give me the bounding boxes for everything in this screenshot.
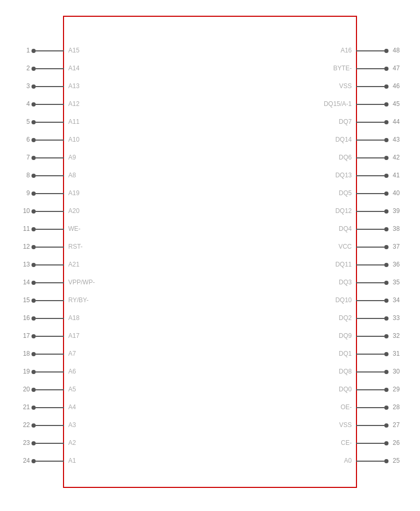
pin-number-left-21: 21 [14,403,30,411]
pin-number-right-42: 42 [393,154,408,161]
pin-label-right-31: DQ1 [339,350,352,357]
pin-left-8: 8A8 [64,171,356,181]
pin-line-right-44 [356,122,384,123]
pin-label-right-29: DQ0 [339,386,352,393]
pin-line-left-18 [36,354,64,355]
pin-line-left-19 [36,371,64,372]
pin-label-right-30: DQ8 [339,368,352,375]
pin-line-left-10 [36,211,64,212]
pin-dot-right-45 [384,102,388,107]
pin-number-right-44: 44 [393,118,408,125]
pin-number-right-28: 28 [393,403,408,411]
pin-label-left-18: A7 [68,350,76,357]
pin-line-left-4 [36,104,64,105]
pin-line-left-21 [36,407,64,408]
pin-dot-left-21 [32,406,36,410]
pin-number-left-19: 19 [14,368,30,375]
pin-left-17: 17A17 [64,331,356,342]
pin-dot-left-23 [32,441,36,445]
pin-line-right-27 [356,425,384,426]
pin-dot-right-48 [384,49,388,53]
pin-dot-right-34 [384,299,388,303]
pin-left-6: 6A10 [64,135,356,145]
pin-line-right-33 [356,318,384,319]
pin-label-left-12: RST- [68,243,82,250]
pin-label-right-44: DQ7 [339,118,352,125]
pin-line-right-42 [356,157,384,158]
pin-number-right-43: 43 [393,136,408,143]
pin-dot-left-7 [32,156,36,160]
pin-dot-right-28 [384,406,388,410]
pin-label-right-42: DQ6 [339,154,352,161]
pin-number-right-36: 36 [393,261,408,268]
pin-line-right-29 [356,389,384,390]
pin-label-right-43: DQ14 [335,136,352,143]
pin-label-left-9: A19 [68,189,79,197]
pin-dot-right-30 [384,370,388,374]
pin-line-right-46 [356,86,384,87]
pin-dot-left-13 [32,263,36,267]
pin-number-left-22: 22 [14,421,30,429]
pin-dot-right-46 [384,84,388,89]
pin-label-right-25: A0 [344,457,352,464]
pin-label-left-15: RY/BY- [68,296,89,304]
pin-number-left-9: 9 [14,189,30,197]
pin-dot-left-17 [32,334,36,338]
pin-dot-right-39 [384,209,388,214]
pin-dot-right-35 [384,281,388,285]
pin-left-15: 15RY/BY- [64,295,356,306]
pin-dot-left-5 [32,120,36,124]
pin-line-right-26 [356,443,384,444]
pin-line-left-12 [36,247,64,248]
pin-label-left-24: A1 [68,457,76,464]
pin-label-left-1: A15 [68,47,79,54]
pin-label-right-34: DQ10 [335,296,352,304]
pin-label-right-33: DQ2 [339,314,352,322]
pin-label-right-32: DQ9 [339,332,352,339]
pin-line-left-23 [36,443,64,444]
pin-dot-left-16 [32,316,36,321]
pin-left-11: 11WE- [64,224,356,235]
pin-number-left-3: 3 [14,82,30,90]
pin-dot-right-47 [384,67,388,71]
pin-number-left-12: 12 [14,243,30,250]
pin-dot-right-40 [384,191,388,196]
pin-number-left-18: 18 [14,350,30,357]
pin-label-left-14: VPP/WP- [68,279,95,286]
pin-dot-left-20 [32,388,36,392]
pin-label-right-40: DQ5 [339,189,352,197]
pin-number-left-23: 23 [14,439,30,446]
pin-number-right-46: 46 [393,82,408,90]
pin-left-2: 2A14 [64,63,356,74]
pin-left-21: 21A4 [64,402,356,413]
pin-label-right-38: DQ4 [339,225,352,232]
pin-dot-right-37 [384,245,388,249]
pin-label-right-27: VSS [339,421,352,429]
pin-left-23: 23A2 [64,438,356,449]
pin-number-right-41: 41 [393,172,408,179]
pin-line-left-20 [36,389,64,390]
pin-label-left-21: A4 [68,403,76,411]
pin-dot-right-26 [384,441,388,445]
pin-label-left-17: A17 [68,332,79,339]
pin-number-right-30: 30 [393,368,408,375]
pin-dot-right-41 [384,174,388,178]
pin-label-right-46: VSS [339,82,352,90]
pin-label-left-13: A21 [68,261,79,268]
pin-dot-right-32 [384,334,388,338]
pin-number-right-38: 38 [393,225,408,232]
pin-dot-left-8 [32,174,36,178]
pin-dot-left-15 [32,299,36,303]
pin-number-right-48: 48 [393,47,408,54]
pin-label-left-19: A6 [68,368,76,375]
pin-dot-right-27 [384,423,388,428]
pin-number-right-32: 32 [393,332,408,339]
pin-left-7: 7A9 [64,153,356,163]
pin-left-3: 3A13 [64,81,356,92]
pin-label-right-45: DQ15/A-1 [324,100,352,108]
pin-number-right-37: 37 [393,243,408,250]
pin-number-left-4: 4 [14,100,30,108]
pin-label-left-3: A13 [68,82,79,90]
pin-line-left-8 [36,175,64,176]
pin-number-left-11: 11 [14,225,30,232]
